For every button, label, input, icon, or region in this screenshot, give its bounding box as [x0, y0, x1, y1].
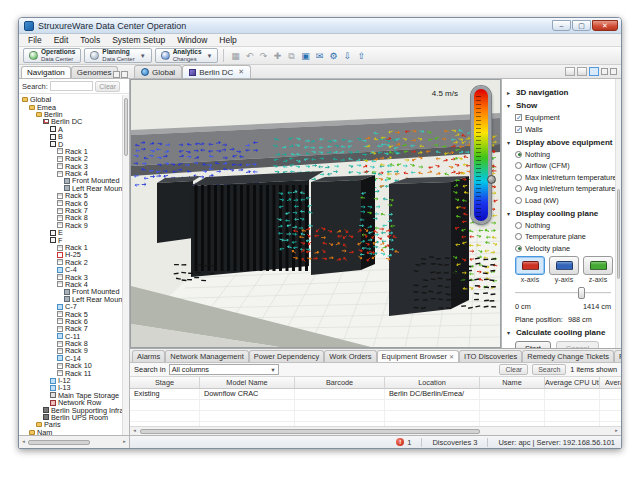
axis-button-x-axis[interactable] [515, 256, 545, 275]
menu-file[interactable]: File [22, 34, 48, 46]
radio-icon[interactable] [515, 245, 522, 252]
bottom-tab-alarms[interactable]: Alarms [132, 350, 165, 362]
checkbox-icon[interactable]: ✓ [515, 114, 522, 121]
tree-item[interactable]: Emea [19, 103, 122, 110]
bottom-tab-work-orders[interactable]: Work Orders [324, 350, 376, 362]
minimize-button[interactable]: – [552, 20, 571, 31]
close-tab-icon[interactable]: ✕ [449, 352, 454, 362]
bottom-tab-power-dependency[interactable]: Power Dependency [249, 350, 324, 362]
section-display-cooling-plane[interactable]: ▾Display cooling plane [507, 209, 617, 218]
mail-icon[interactable]: ✉ [313, 50, 325, 62]
axis-button-y-axis[interactable] [549, 256, 579, 275]
mode-button-planning[interactable]: PlanningData Center▼ [84, 48, 151, 63]
tree-item[interactable]: Berlin DC [19, 118, 122, 125]
radio-velocity-plane[interactable]: Velocity plane [515, 244, 617, 253]
filter-clear-button[interactable]: Clear [499, 364, 528, 375]
search-input[interactable] [50, 81, 93, 91]
bottom-tab-recommendation[interactable]: Recommendation [614, 350, 622, 362]
radio-icon[interactable] [515, 151, 522, 158]
start-button[interactable]: Start [515, 341, 551, 349]
scroll-left-icon[interactable]: ◄ [131, 428, 138, 434]
tree-item[interactable]: E [19, 229, 122, 236]
radio-icon[interactable] [515, 185, 522, 192]
filter-search-button[interactable]: Search [532, 364, 566, 375]
radio-icon[interactable] [515, 162, 522, 169]
menu-tools[interactable]: Tools [74, 34, 106, 46]
menu-edit[interactable]: Edit [48, 34, 75, 46]
radio-nothing[interactable]: Nothing [515, 221, 617, 230]
radio-airflow-cfm-[interactable]: Airflow (CFM) [515, 161, 617, 170]
section-display-above-equipment[interactable]: ▾Display above equipment [507, 138, 617, 147]
undo-icon[interactable]: ↶ [243, 50, 255, 62]
view-list-icon[interactable] [577, 67, 587, 76]
view-image-icon[interactable] [589, 67, 599, 76]
section-title: Display cooling plane [516, 209, 598, 218]
search-in-dropdown[interactable]: All columns ▼ [169, 364, 279, 375]
checkbox-walls[interactable]: ✓Walls [515, 125, 617, 134]
tree-item[interactable]: Berlin UPS Room [19, 414, 122, 421]
tab-navigation[interactable]: Navigation [21, 66, 71, 78]
tree-vertical-scrollbar[interactable] [122, 95, 129, 435]
plane-position-slider[interactable] [515, 287, 611, 299]
radio-icon[interactable] [515, 197, 522, 204]
section-calculate-cooling-plane[interactable]: ▾Calculate cooling plane [507, 328, 617, 337]
radio-temperature-plane[interactable]: Temperature plane [515, 232, 617, 241]
clear-search-button[interactable]: Clear [95, 81, 120, 92]
close-tab-icon[interactable]: ✕ [238, 68, 244, 76]
export-icon[interactable]: ⇧ [355, 50, 367, 62]
radio-avg-inlet-return-temperature[interactable]: Avg inlet/return temperature [515, 184, 617, 193]
editor-maximize-icon[interactable] [610, 68, 617, 75]
settings-scrollbar[interactable] [615, 79, 621, 348]
maximize-button[interactable]: ▢ [572, 20, 591, 31]
section-3d-navigation[interactable]: ▸3D navigation [507, 88, 617, 97]
view-grid-icon[interactable]: ▦ [229, 50, 241, 62]
tree-item[interactable]: Rack 9 [19, 222, 122, 229]
radio-icon[interactable] [515, 222, 522, 229]
editor-tab-global[interactable]: Global [134, 65, 182, 78]
pin-icon[interactable]: ✚ [271, 50, 283, 62]
editor-minimize-icon[interactable] [601, 68, 608, 75]
tree-horizontal-scrollbar[interactable]: ◄ ► [19, 436, 130, 448]
scroll-right-icon[interactable]: ► [613, 428, 620, 434]
tab-genomes[interactable]: Genomes [71, 66, 118, 78]
table-horizontal-scrollbar[interactable]: ◄ ► [130, 426, 621, 435]
redo-icon[interactable]: ↷ [257, 50, 269, 62]
bottom-tab-network-management[interactable]: Network Management [165, 350, 248, 362]
panel-minimize-icon[interactable] [113, 71, 120, 78]
tree-item[interactable]: Paris [19, 421, 122, 428]
copy-icon[interactable]: ⧉ [285, 50, 297, 62]
title-bar[interactable]: StruxureWare Data Center Operation – ▢ ✕ [19, 18, 621, 34]
view-table-icon[interactable] [565, 67, 575, 76]
slider-thumb[interactable] [578, 287, 585, 299]
radio-load-kw-[interactable]: Load (kW) [515, 196, 617, 205]
scale-options-button[interactable] [487, 175, 496, 184]
tree-item[interactable]: Nam [19, 429, 122, 435]
3d-view-canvas[interactable]: 4.5 m/s [130, 79, 501, 348]
bottom-tab-ito-discoveries[interactable]: ITO Discoveries [459, 350, 522, 362]
editor-tab-berlin-dc[interactable]: Berlin DC✕ [182, 65, 251, 78]
mode-button-operations[interactable]: OperationsData Center [23, 48, 81, 63]
menu-help[interactable]: Help [213, 34, 242, 46]
image-icon[interactable]: ▣ [299, 50, 311, 62]
checkbox-icon[interactable]: ✓ [515, 126, 522, 133]
bottom-tab-remedy-change-tickets[interactable]: Remedy Change Tickets [522, 350, 614, 362]
tree-item[interactable]: B [19, 133, 122, 140]
bottom-tab-equipment-browser[interactable]: Equipment Browser✕ [377, 350, 459, 362]
menu-system-setup[interactable]: System Setup [106, 34, 171, 46]
section-show[interactable]: ▾Show [507, 101, 617, 110]
radio-icon[interactable] [515, 174, 522, 181]
checkbox-equipment[interactable]: ✓Equipment [515, 113, 617, 122]
import-icon[interactable]: ⇩ [341, 50, 353, 62]
menu-window[interactable]: Window [171, 34, 213, 46]
radio-icon[interactable] [515, 233, 522, 240]
radio-nothing[interactable]: Nothing [515, 150, 617, 159]
panel-maximize-icon[interactable] [121, 71, 128, 78]
tools-icon[interactable]: ⚙ [327, 50, 339, 62]
mode-button-analytics[interactable]: AnalyticsChanges▼ [155, 48, 219, 63]
table-row[interactable]: ExistingDownflow CRACBerlin DC/Berlin/Em… [130, 389, 621, 400]
close-button[interactable]: ✕ [592, 20, 618, 31]
axis-button-z-axis[interactable] [583, 256, 613, 275]
tree-item[interactable]: A [19, 126, 122, 133]
radio-max-inlet-return-temperature[interactable]: Max inlet/return temperature [515, 173, 617, 182]
tree-item[interactable]: Global [19, 96, 122, 103]
